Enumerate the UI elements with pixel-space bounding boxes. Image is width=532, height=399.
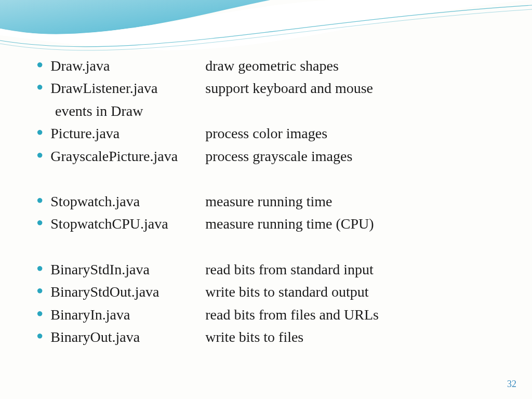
item-desc-wrap: events in Draw [55, 100, 501, 122]
list-item: ● DrawListener.java support keyboard and… [36, 77, 501, 99]
item-label: Picture.java [50, 122, 205, 144]
bullet-icon: ● [36, 192, 43, 208]
item-label: Stopwatch.java [50, 190, 205, 212]
item-desc: write bits to files [205, 326, 501, 348]
item-label: DrawListener.java [50, 77, 205, 99]
list-group: ● Draw.java draw geometric shapes ● Draw… [36, 55, 501, 167]
item-desc: read bits from files and URLs [205, 303, 501, 326]
bullet-icon: ● [36, 124, 43, 140]
list-item: ● GrayscalePicture.java process grayscal… [36, 145, 501, 167]
item-label: GrayscalePicture.java [50, 145, 205, 167]
list-group: ● Stopwatch.java measure running time ● … [36, 190, 501, 235]
item-label: Draw.java [50, 55, 205, 77]
bullet-icon: ● [36, 260, 43, 276]
item-desc: support keyboard and mouse [205, 77, 501, 99]
item-desc: process color images [205, 122, 501, 144]
bullet-icon: ● [36, 328, 43, 344]
bullet-icon: ● [36, 215, 43, 231]
bullet-icon: ● [36, 283, 43, 299]
list-item: ● BinaryStdOut.java write bits to standa… [36, 281, 501, 303]
item-label: StopwatchCPU.java [50, 212, 205, 235]
item-label: BinaryStdOut.java [50, 281, 205, 303]
list-item: ● BinaryIn.java read bits from files and… [36, 303, 501, 326]
bullet-icon: ● [36, 305, 43, 322]
bullet-icon: ● [36, 79, 43, 95]
item-desc: process grayscale images [205, 145, 501, 167]
item-label: BinaryStdIn.java [50, 258, 205, 281]
item-label: BinaryIn.java [50, 303, 205, 326]
item-desc: measure running time (CPU) [205, 212, 501, 235]
list-item: ● BinaryOut.java write bits to files [36, 326, 501, 348]
item-desc: measure running time [205, 190, 501, 212]
bullet-icon: ● [36, 147, 43, 163]
list-group: ● BinaryStdIn.java read bits from standa… [36, 258, 501, 349]
list-item: ● Stopwatch.java measure running time [36, 190, 501, 212]
list-item: ● BinaryStdIn.java read bits from standa… [36, 258, 501, 281]
list-item: ● StopwatchCPU.java measure running time… [36, 212, 501, 235]
slide-body: ● Draw.java draw geometric shapes ● Draw… [36, 55, 501, 348]
item-desc: read bits from standard input [205, 258, 501, 281]
page-number: 32 [507, 379, 516, 390]
list-item: ● Picture.java process color images [36, 122, 501, 144]
bullet-icon: ● [36, 57, 43, 73]
item-label: BinaryOut.java [50, 326, 205, 348]
item-desc: draw geometric shapes [205, 55, 501, 77]
list-item: ● Draw.java draw geometric shapes [36, 55, 501, 77]
item-desc: write bits to standard output [205, 281, 501, 303]
